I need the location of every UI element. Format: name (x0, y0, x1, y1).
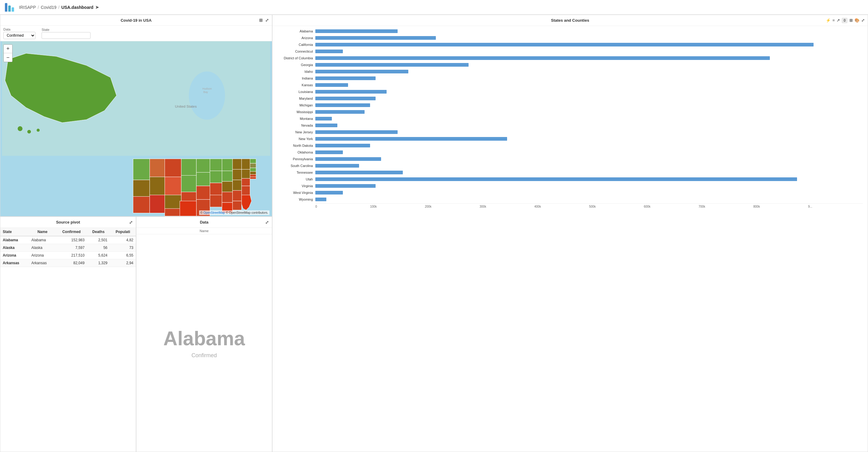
table-scroll[interactable]: State Name Confirmed Deaths Populati Ala… (0, 228, 136, 452)
bar-row[interactable]: Alabama (273, 28, 863, 34)
col-deaths: Deaths (87, 228, 110, 236)
state-ga[interactable] (242, 186, 250, 195)
state-va[interactable] (232, 180, 242, 191)
source-pivot-icons: ⤢ (129, 220, 133, 225)
bar-row[interactable]: Mississippi (273, 109, 863, 115)
bar-row[interactable]: Georgia (273, 62, 863, 68)
bar-row[interactable]: Indiana (273, 75, 863, 81)
state-nj[interactable] (250, 177, 256, 179)
bar-row[interactable]: Virginia (273, 183, 863, 189)
state-ms[interactable] (210, 183, 222, 195)
state-il[interactable] (210, 171, 222, 183)
state-nd[interactable] (181, 159, 196, 175)
chart-trend-icon[interactable]: ↗ (837, 18, 840, 23)
map-expand-icon[interactable]: ⤢ (265, 18, 269, 23)
state-pa[interactable] (242, 159, 250, 169)
table-row[interactable]: Arizona Arizona 217,510 5,624 6,55 (0, 252, 136, 259)
bar-row[interactable]: South Carolina (273, 163, 863, 168)
bar-row[interactable]: California (273, 42, 863, 47)
bar-row[interactable]: Connecticut (273, 49, 863, 54)
state-me[interactable] (250, 159, 256, 164)
bar-row[interactable]: Nevada (273, 123, 863, 128)
breadcrumb-sep1: / (38, 5, 39, 10)
zoom-out-button[interactable]: − (4, 53, 12, 62)
bar-container (315, 124, 863, 127)
state-wi[interactable] (210, 159, 222, 171)
bar-row[interactable]: Kansas (273, 82, 863, 88)
state-wy[interactable] (165, 177, 181, 195)
map-controls-bar: Data Confirmed Deaths Population State (0, 26, 272, 41)
chart-table-icon[interactable]: ⊞ (849, 18, 853, 23)
cell-pop: 73 (110, 244, 136, 252)
state-nv[interactable] (150, 177, 164, 195)
map-grid-icon[interactable]: ⊞ (259, 18, 263, 23)
table-row[interactable]: Arkansas Arkansas 82,049 1,329 2,94 (0, 259, 136, 267)
state-mt[interactable] (165, 159, 181, 177)
bar-row[interactable]: North Dakota (273, 143, 863, 148)
bar-row[interactable]: West Virginia (273, 190, 863, 195)
data-select[interactable]: Confirmed Deaths Population (3, 32, 35, 39)
table-row[interactable]: Alaska Alaska 7,597 56 73 (0, 244, 136, 252)
bar-row[interactable]: District of Columbia (273, 55, 863, 61)
state-or[interactable] (133, 180, 150, 197)
state-md[interactable] (242, 179, 250, 186)
bar-row[interactable]: Michigan (273, 102, 863, 108)
chart-palette-icon[interactable]: 🎨 (855, 18, 860, 23)
bar-row[interactable]: Wyoming (273, 197, 863, 202)
state-id[interactable] (150, 159, 164, 177)
bar-container (315, 191, 863, 194)
state-mi[interactable] (222, 159, 232, 171)
table-row[interactable]: Alabama Alabama 152,983 2,501 4,82 (0, 236, 136, 244)
map-area[interactable]: + − Hudson Bay (0, 41, 272, 216)
bar-label: Arizona (273, 36, 315, 40)
bar-row[interactable]: Idaho (273, 69, 863, 74)
state-ky[interactable] (222, 182, 232, 192)
chart-list-icon[interactable]: ≡ (833, 18, 835, 23)
bar-row[interactable]: Pennsylvania (273, 156, 863, 162)
state-nh[interactable] (250, 164, 256, 168)
bar-row[interactable]: Utah (273, 176, 863, 182)
state-mo[interactable] (196, 186, 210, 199)
state-ny[interactable] (242, 169, 250, 179)
source-pivot-header: Source pivot ⤢ (0, 217, 136, 228)
state-ma[interactable] (250, 171, 256, 174)
state-az[interactable] (150, 195, 164, 213)
bar-row[interactable]: Montana (273, 116, 863, 121)
state-wa[interactable] (133, 159, 150, 180)
chart-expand-icon[interactable]: ⤢ (861, 18, 865, 23)
bar-row[interactable]: New York (273, 136, 863, 141)
state-nc[interactable] (232, 191, 242, 201)
bar-container (315, 184, 863, 188)
state-tn[interactable] (222, 192, 232, 202)
osm-link[interactable]: OpenStreetMap (204, 211, 225, 214)
source-pivot-expand-icon[interactable]: ⤢ (129, 220, 133, 225)
state-sd[interactable] (181, 175, 196, 192)
bar-fill (315, 144, 370, 148)
state-sc[interactable] (232, 201, 242, 211)
state-ca[interactable] (133, 197, 150, 213)
state-ia[interactable] (196, 172, 210, 186)
state-wv[interactable] (232, 169, 242, 180)
state-input[interactable] (41, 32, 91, 39)
state-mn[interactable] (196, 159, 210, 172)
bar-row[interactable]: New Jersey (273, 129, 863, 135)
source-pivot-title: Source pivot (56, 220, 80, 224)
state-in[interactable] (222, 171, 232, 181)
data-card-expand-icon[interactable]: ⤢ (265, 220, 269, 225)
state-tx[interactable] (180, 201, 196, 216)
bar-row[interactable]: Tennessee (273, 170, 863, 175)
bar-label: Alabama (273, 29, 315, 33)
state-oh[interactable] (232, 159, 242, 169)
bar-row[interactable]: Arizona (273, 35, 863, 41)
zoom-in-button[interactable]: + (4, 45, 12, 53)
bar-row[interactable]: Oklahoma (273, 150, 863, 155)
cell-deaths: 2,501 (87, 236, 110, 244)
bar-container (315, 137, 863, 141)
bar-row[interactable]: Maryland (273, 96, 863, 101)
state-la[interactable] (210, 195, 222, 207)
state-vt[interactable] (250, 168, 256, 171)
bar-row[interactable]: Louisiana (273, 89, 863, 95)
bar-container (315, 151, 863, 154)
chart-filter-icon[interactable]: ⚡ (826, 18, 831, 23)
state-ct[interactable] (250, 174, 256, 177)
